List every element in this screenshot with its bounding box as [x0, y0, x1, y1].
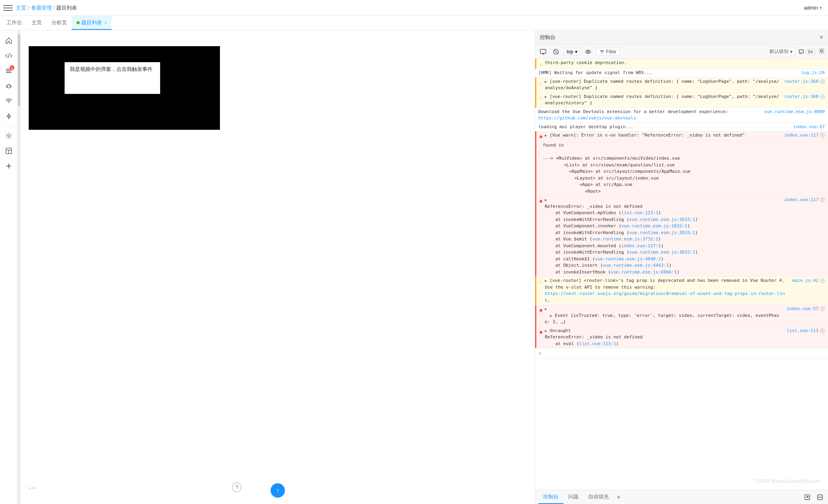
- expand-icon-2[interactable]: ▶: [550, 314, 552, 318]
- sidebar-plus-icon[interactable]: [2, 159, 16, 173]
- sidebar-wifi-icon[interactable]: [2, 94, 16, 108]
- sidebar-list-badge: 1: [10, 65, 14, 70]
- log-text: loading mui player desktop plugin...: [538, 124, 791, 131]
- content-area: 我是视频中的弹窗，点击我触发事件 ··· ↑ ?: [21, 30, 535, 504]
- bottom-tab-console[interactable]: 控制台: [538, 490, 563, 504]
- log-item-cookie: ⚠ third-party cookie deprecation.: [535, 59, 828, 69]
- vue-link-1832[interactable]: vue.runtime.esm.js:1832:1: [621, 223, 687, 229]
- tab-close-button[interactable]: ×: [104, 20, 107, 25]
- devtools-no-icon[interactable]: [551, 47, 561, 57]
- devtools-header: 控制台 ×: [535, 30, 828, 45]
- devtools-gear-button[interactable]: [818, 48, 825, 56]
- log-text: ▶ [Vue warn]: Error in v-on handler: "Re…: [545, 132, 782, 139]
- left-scroll-thumb[interactable]: [18, 34, 20, 106]
- log-text: ▶ [vue-router] <router-link>'s tag prop …: [545, 277, 790, 304]
- stack-trace-text: found in ---> <MuiVideo> at src/componen…: [543, 142, 825, 195]
- scroll-up-button[interactable]: ↑: [271, 483, 285, 498]
- error-icon: ●: [540, 133, 542, 140]
- devtools-popout-icon[interactable]: [802, 492, 812, 502]
- log-link-log-js[interactable]: log.js:24: [801, 70, 825, 76]
- devtools-message-count[interactable]: 84: [799, 49, 815, 55]
- index-link-117[interactable]: index.vue:117:1: [621, 243, 661, 248]
- svg-point-17: [586, 50, 591, 53]
- devtools-level-select[interactable]: 默认级别 ▾: [767, 47, 795, 56]
- tab-worktable[interactable]: 工作台: [2, 16, 27, 30]
- more-options-button[interactable]: ···: [29, 484, 37, 492]
- left-scrollbar[interactable]: [18, 30, 21, 504]
- error-icon: ●: [540, 307, 542, 314]
- devtools-context-select[interactable]: top ▾: [564, 48, 580, 56]
- list-link-123[interactable]: list.vue:123:1: [621, 210, 658, 215]
- breadcrumb-questions-mgmt[interactable]: 卷题管理: [31, 4, 52, 12]
- vue-link-3732[interactable]: vue.runtime.esm.js:3732:1: [592, 236, 658, 242]
- log-link-index-117-2[interactable]: index.vue:117: [784, 197, 818, 203]
- bottom-tab-issues[interactable]: 问题: [563, 490, 583, 504]
- tab-questions[interactable]: 题目列表 ×: [72, 16, 112, 30]
- bottom-tab-autofill[interactable]: 自动填充: [583, 490, 614, 504]
- vue-link-3033-1[interactable]: vue.runtime.esm.js:3033:1: [629, 217, 695, 222]
- log-link-index-57-2[interactable]: index.vue:57: [787, 306, 818, 313]
- expand-icon[interactable]: ▶: [545, 329, 547, 333]
- devtools-close-button[interactable]: ×: [820, 34, 823, 41]
- admin-dropdown[interactable]: admin ▾: [804, 5, 822, 11]
- log-link-main-42[interactable]: main.js:42: [792, 277, 818, 284]
- sidebar-code-icon[interactable]: [2, 49, 16, 63]
- vue-link-4443[interactable]: vue.runtime.esm.js:4443:1: [603, 263, 669, 268]
- svg-point-18: [587, 51, 589, 53]
- log-right: list.vue:113: [787, 328, 825, 334]
- sidebar-layout-icon[interactable]: [2, 144, 16, 158]
- router-migration-link[interactable]: https://next.router.vuejs.org/guide/migr…: [545, 291, 785, 303]
- log-right: main.js:42: [792, 277, 825, 284]
- warn-icon: ⚠: [540, 278, 542, 285]
- bottom-tab-add-button[interactable]: +: [614, 494, 624, 501]
- sidebar-bug-icon[interactable]: [2, 79, 16, 93]
- main-layout: 1 我是视频中的弹窗，点击我触发事件: [0, 30, 828, 504]
- tab-analysis[interactable]: 分析页: [47, 16, 72, 30]
- log-right: index.vue:117: [784, 132, 825, 139]
- log-text: ▶ [vue-router] Duplicate named routes de…: [545, 78, 782, 92]
- log-link-router-1[interactable]: router.js:360: [784, 78, 818, 85]
- log-item-router-warn-2: ⚠ ▶ [vue-router] Duplicate named routes …: [535, 93, 828, 108]
- sidebar-home-icon[interactable]: [2, 33, 16, 48]
- tab-worktable-label: 工作台: [6, 19, 22, 26]
- log-link-list-113[interactable]: list.vue:113: [787, 328, 818, 334]
- expand-icon[interactable]: ▶: [545, 133, 547, 137]
- log-link-index-117-1[interactable]: index.vue:117: [784, 132, 818, 139]
- log-item-devtools-download: Download the Vue Devtools extension for …: [535, 108, 828, 123]
- log-text: [HMR] Waiting for update signal from WDS…: [538, 70, 799, 76]
- svg-rect-12: [540, 49, 546, 53]
- breadcrumb-home[interactable]: 主页: [16, 4, 26, 12]
- video-popup[interactable]: 我是视频中的弹窗，点击我触发事件: [65, 62, 160, 94]
- devtools-eye-icon[interactable]: [583, 47, 593, 57]
- sidebar-settings-icon[interactable]: [2, 129, 16, 143]
- expand-icon[interactable]: ▶: [545, 198, 547, 202]
- vue-link-3033-2[interactable]: vue.runtime.esm.js:3033:1: [629, 230, 695, 235]
- log-text: ▶ ReferenceError: _video is not defined …: [545, 197, 782, 275]
- context-select-chevron: ▾: [575, 49, 577, 55]
- log-right: index.vue:57: [787, 306, 825, 313]
- video-popup-text: 我是视频中的弹窗，点击我触发事件: [70, 66, 153, 72]
- vue-devtools-link[interactable]: https://github.com/vuejs/vue-devtools: [538, 115, 636, 121]
- log-link-vue-runtime[interactable]: vue.runtime.esm.js:8809: [764, 109, 825, 115]
- vue-link-4048[interactable]: vue.runtime.esm.js:4048:1: [595, 256, 661, 262]
- expand-icon[interactable]: ▶: [545, 95, 547, 99]
- vue-link-3033-3[interactable]: vue.runtime.esm.js:3033:1: [629, 250, 695, 255]
- log-link-index-57[interactable]: index.vue:57: [793, 124, 825, 131]
- devtools-dock-icon[interactable]: [815, 492, 825, 502]
- hamburger-menu-button[interactable]: [3, 3, 13, 13]
- sidebar-list-icon[interactable]: 1: [2, 64, 16, 78]
- breadcrumb: 主页 / 卷题管理 / 题目列表: [16, 4, 802, 12]
- log-link-router-2[interactable]: router.js:360: [784, 94, 818, 100]
- expand-bottom-icon[interactable]: ›: [538, 349, 542, 357]
- log-item-hmr: [HMR] Waiting for update signal from WDS…: [535, 69, 828, 78]
- devtools-screen-icon[interactable]: [538, 47, 548, 57]
- expand-icon[interactable]: ▶: [545, 279, 547, 283]
- tab-home[interactable]: 主页: [27, 16, 47, 30]
- devtools-filter-button[interactable]: Filter: [596, 48, 620, 56]
- expand-icon[interactable]: ▶: [545, 80, 547, 84]
- sidebar-lightning-icon[interactable]: [2, 109, 16, 123]
- help-button[interactable]: ?: [232, 483, 241, 492]
- expand-icon[interactable]: ▶: [545, 307, 547, 311]
- list-link-113[interactable]: list.vue:113:1: [579, 341, 616, 346]
- vue-link-6966[interactable]: vue.runtime.esm.js:6966:1: [611, 270, 677, 275]
